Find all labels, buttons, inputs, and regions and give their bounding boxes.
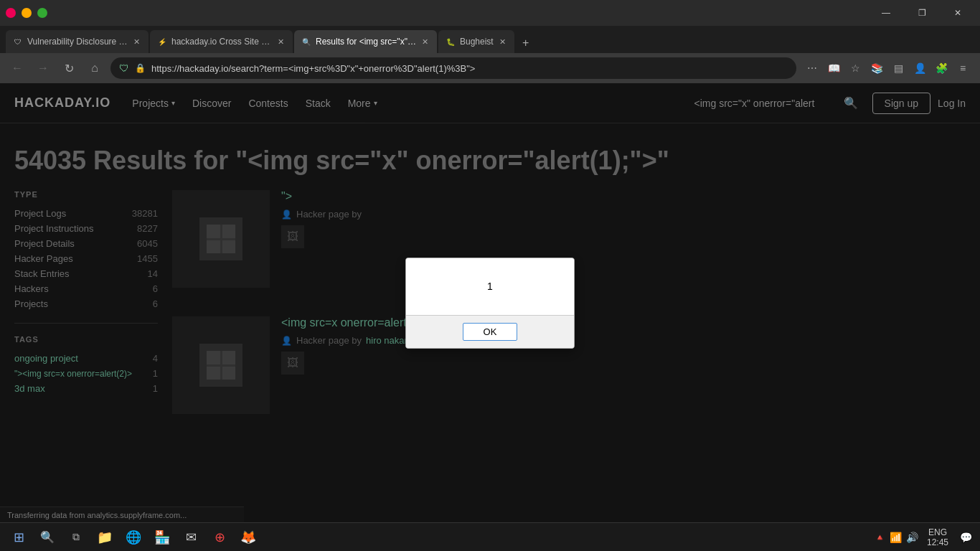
taskbar-edge[interactable]: 🌐 [121,524,146,550]
tab-close-4[interactable]: ✕ [498,36,507,48]
library-button[interactable]: 📚 [867,58,887,78]
taskview-icon: ⧉ [72,531,80,543]
notification-icon: 💬 [960,532,972,543]
taskbar-search-button[interactable]: 🔍 [34,524,60,550]
tab-results[interactable]: 🔍 Results for <img src="x" onerr... ✕ [294,30,437,53]
title-bar: — ❐ ✕ [0,0,980,26]
taskbar-right: 🔺 📶 🔊 ENG 12:45 💬 [875,527,974,547]
menu-button[interactable]: ≡ [953,58,973,78]
volume-icon[interactable]: 🔊 [906,532,918,543]
tab-favicon-4: 🐛 [446,37,456,47]
url-display: https://hackaday.io/search?term=<img+src… [151,63,788,74]
reader-mode-button[interactable]: ▤ [888,58,908,78]
mail-icon: ✉ [186,529,197,545]
notification-button[interactable]: 💬 [957,529,974,546]
extensions-menu-button[interactable]: ⋯ [802,58,822,78]
pocket-button[interactable]: 📖 [824,58,844,78]
maximize-button[interactable]: ❐ [905,0,938,26]
taskbar-windows[interactable]: ⊕ [207,524,232,550]
firefox-icon: 🦊 [240,529,256,545]
tab-vulnerability[interactable]: 🛡 Vulnerability Disclosure Progra... ✕ [6,30,149,53]
tab-close-2[interactable]: ✕ [276,36,286,48]
start-icon: ⊞ [14,529,24,545]
clock-display: ENG 12:45 [927,527,948,547]
alert-dialog: 1 OK [405,258,575,349]
alert-ok-button[interactable]: OK [463,323,518,341]
alert-dialog-body: 1 [406,258,574,316]
chevron-up-icon[interactable]: 🔺 [875,532,885,542]
account-button[interactable]: 👤 [910,58,930,78]
url-bar[interactable]: 🛡 🔒 https://hackaday.io/search?term=<img… [110,57,796,79]
back-button[interactable]: ← [7,58,27,78]
tab-favicon-1: 🛡 [13,37,23,47]
reload-button[interactable]: ↻ [59,58,79,78]
tab-title-4: Bugheist [460,37,494,47]
new-tab-button[interactable]: + [516,33,536,53]
taskbar-system-icons: 🔺 📶 🔊 [875,532,918,543]
windows-icon: ⊕ [215,529,225,545]
explorer-icon: 📁 [97,529,113,545]
tab-bugheist[interactable]: 🐛 Bugheist ✕ [438,30,514,53]
dialog-overlay: 1 OK [0,83,980,522]
alert-dialog-footer: OK [406,316,574,348]
tab-title-2: hackaday.io Cross Site Scriptin... [171,37,272,47]
language-indicator: ENG [928,527,947,537]
taskbar-taskview[interactable]: ⧉ [63,524,89,550]
lock-icon: 🔒 [135,63,146,73]
tab-close-3[interactable]: ✕ [420,36,430,48]
forward-button[interactable]: → [33,58,53,78]
tab-favicon-2: ⚡ [157,37,167,47]
taskbar-time: 12:45 [927,537,948,547]
tab-xss[interactable]: ⚡ hackaday.io Cross Site Scriptin... ✕ [150,30,293,53]
taskbar-store[interactable]: 🏪 [149,524,175,550]
shield-toolbar-icon[interactable]: 🧩 [931,58,951,78]
start-button[interactable]: ⊞ [6,524,32,550]
page-content: HACKADAY.IO Projects ▾ Discover Contests… [0,83,980,522]
tabs-bar: 🛡 Vulnerability Disclosure Progra... ✕ ⚡… [0,26,980,53]
bookmark-button[interactable]: ☆ [845,58,865,78]
taskbar-mail[interactable]: ✉ [178,524,204,550]
taskbar-explorer[interactable]: 📁 [92,524,118,550]
store-icon: 🏪 [154,529,170,545]
address-bar: ← → ↻ ⌂ 🛡 🔒 https://hackaday.io/search?t… [0,53,980,83]
taskbar-search-icon: 🔍 [40,530,55,544]
close-button[interactable]: ✕ [941,0,974,26]
tab-close-1[interactable]: ✕ [132,36,141,48]
minimize-button[interactable]: — [870,0,903,26]
network-icon: 📶 [890,532,902,543]
taskbar: ⊞ 🔍 ⧉ 📁 🌐 🏪 ✉ ⊕ 🦊 🔺 📶 🔊 ENG 12:45 💬 [0,522,980,551]
taskbar-firefox[interactable]: 🦊 [235,524,261,550]
security-shield-icon: 🛡 [119,62,129,74]
tab-title-1: Vulnerability Disclosure Progra... [27,37,128,47]
edge-icon: 🌐 [126,529,141,545]
tab-title-3: Results for <img src="x" onerr... [316,37,416,47]
tab-favicon-3: 🔍 [301,37,311,47]
home-button[interactable]: ⌂ [85,58,105,78]
alert-message: 1 [487,281,493,292]
